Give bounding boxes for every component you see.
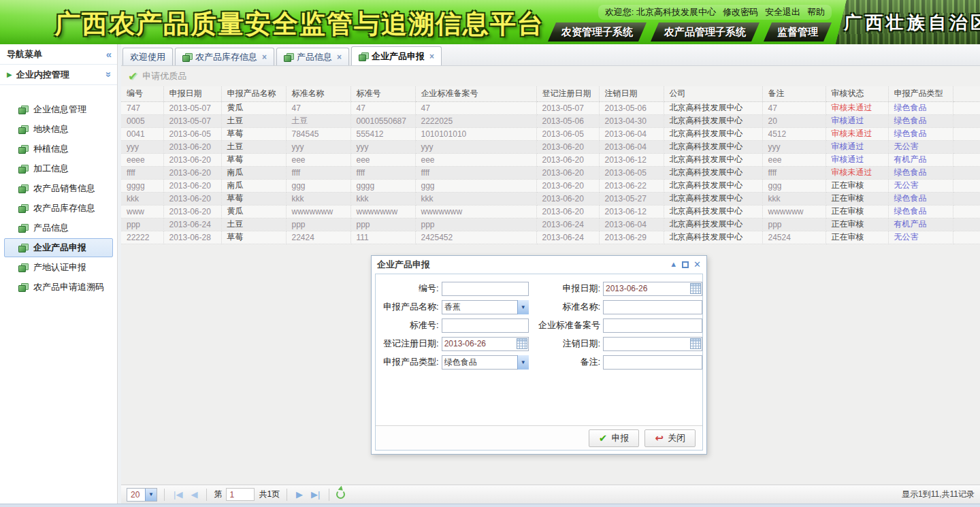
subsystem-agri-products-button[interactable]: 农产品管理子系统 xyxy=(651,22,760,42)
sidebar-item[interactable]: 企业产品申报 xyxy=(4,238,113,257)
table-row[interactable]: gggg2013-06-20南瓜gggggggggg2013-06-202013… xyxy=(121,179,980,192)
product-name-select[interactable] xyxy=(442,300,517,314)
product-type-select[interactable] xyxy=(442,355,517,370)
collapse-icon[interactable]: ▲ xyxy=(670,261,677,268)
standard-name-input[interactable] xyxy=(603,300,702,314)
tab[interactable]: 欢迎使用 xyxy=(122,48,173,65)
column-header[interactable]: 编号 xyxy=(121,86,163,101)
table-cell xyxy=(953,205,980,218)
column-header[interactable]: 备注 xyxy=(762,86,826,101)
sidebar-item[interactable]: 农产品库存信息 xyxy=(4,199,113,218)
table-cell: yyy xyxy=(350,140,415,153)
subsystem-nav: 农资管理子系统 农产品管理子系统 监督管理 xyxy=(548,22,832,42)
table-row[interactable]: kkk2013-06-20草莓kkkkkkkkk2013-06-202013-0… xyxy=(121,192,980,205)
table-row[interactable]: 222222013-06-28草莓2242411124254522013-06-… xyxy=(121,231,980,244)
calendar-icon[interactable] xyxy=(690,283,701,294)
table-row[interactable]: yyy2013-06-20土豆yyyyyyyyy2013-06-202013-0… xyxy=(121,140,980,153)
sidebar-item[interactable]: 产地认证申报 xyxy=(4,258,113,277)
page-number-input[interactable] xyxy=(226,488,255,501)
chevron-down-icon[interactable]: ▼ xyxy=(517,300,529,314)
folder-icon xyxy=(18,224,28,232)
column-header[interactable]: 申报产品名称 xyxy=(221,86,286,101)
table-cell: ggg xyxy=(415,179,536,192)
table-cell: 784545 xyxy=(286,127,350,140)
code-input[interactable] xyxy=(442,282,529,296)
sidebar-item-label: 农产品销售信息 xyxy=(33,182,95,195)
sidebar-item[interactable]: 加工信息 xyxy=(4,159,113,178)
previous-page-button[interactable]: ◀ xyxy=(189,489,199,500)
cancel-date-input[interactable] xyxy=(603,337,702,351)
sidebar-collapse-icon[interactable]: « xyxy=(106,48,112,60)
tab[interactable]: 企业产品申报× xyxy=(351,46,442,65)
sidebar-item[interactable]: 农产品销售信息 xyxy=(4,179,113,198)
table-cell xyxy=(953,114,980,127)
tab[interactable]: 农产品库存信息× xyxy=(175,48,274,65)
table-cell: 北京高科技发展中心 xyxy=(664,179,762,192)
sidebar-item[interactable]: 农产品申请追溯码 xyxy=(4,278,113,297)
column-header[interactable]: 标准名称 xyxy=(286,86,350,101)
next-page-button[interactable]: ▶ xyxy=(294,489,305,500)
folder-icon xyxy=(18,244,28,252)
subsystem-agri-materials-button[interactable]: 农资管理子系统 xyxy=(548,22,647,42)
platform-title: 广西农产品质量安全监管与追溯信息平台 xyxy=(54,7,544,42)
change-password-link[interactable]: 修改密码 xyxy=(723,6,758,18)
tab-close-icon[interactable]: × xyxy=(429,52,434,61)
tab-close-icon[interactable]: × xyxy=(262,52,267,62)
sidebar-item[interactable]: 地块信息 xyxy=(4,120,113,139)
close-dialog-button[interactable]: ↩ 关闭 xyxy=(644,429,696,447)
first-page-button[interactable]: |◀ xyxy=(172,489,184,500)
calendar-icon[interactable] xyxy=(517,338,527,349)
standard-no-input[interactable] xyxy=(442,318,529,333)
help-link[interactable]: 帮助 xyxy=(807,6,825,18)
table-row[interactable]: eeee2013-06-20草莓eeeeeeeee2013-06-202013-… xyxy=(121,153,980,166)
declare-date-input[interactable] xyxy=(603,282,702,296)
maximize-icon[interactable] xyxy=(682,261,689,268)
logout-link[interactable]: 安全退出 xyxy=(765,6,800,18)
column-header[interactable] xyxy=(953,86,980,101)
column-header[interactable]: 审核状态 xyxy=(826,86,888,101)
chevron-down-icon: ▼ xyxy=(145,489,157,501)
page-size-select[interactable]: 20 ▼ xyxy=(127,488,157,502)
sidebar-section-internal-control[interactable]: ▶ 企业内控管理 » xyxy=(0,65,117,85)
submit-declare-button[interactable]: ✔ 申报 xyxy=(589,429,640,447)
dialog-titlebar[interactable]: 企业产品申报 ▲ ✕ xyxy=(372,256,706,273)
remark-input[interactable] xyxy=(603,355,702,370)
table-cell: 47 xyxy=(415,101,536,114)
column-header[interactable]: 登记注册日期 xyxy=(536,86,599,101)
table-row[interactable]: 00412013-06-05草莓784545555412101010101020… xyxy=(121,127,980,140)
column-header[interactable]: 企业标准备案号 xyxy=(415,86,536,101)
table-row[interactable]: 7472013-05-07黄瓜4747472013-05-072013-05-0… xyxy=(121,101,980,114)
record-no-input[interactable] xyxy=(603,318,702,333)
column-header[interactable]: 公司 xyxy=(664,86,762,101)
table-row[interactable]: 00052013-05-07土豆土豆0001055068722220252013… xyxy=(121,114,980,127)
table-row[interactable]: ppp2013-06-24土豆ppppppppp2013-06-242013-0… xyxy=(121,218,980,231)
subsystem-supervision-button[interactable]: 监督管理 xyxy=(764,22,832,42)
register-date-input[interactable] xyxy=(442,337,529,351)
column-header[interactable]: 申报日期 xyxy=(163,86,221,101)
table-cell: 2013-05-06 xyxy=(599,101,664,114)
remark-label: 备注: xyxy=(529,356,603,368)
tab[interactable]: 产品信息× xyxy=(276,48,349,65)
sidebar-item[interactable]: 种植信息 xyxy=(4,140,113,159)
sidebar-item[interactable]: 产品信息 xyxy=(4,218,113,238)
sidebar-item[interactable]: 企业信息管理 xyxy=(4,100,113,119)
table-cell: 土豆 xyxy=(221,114,286,127)
column-header[interactable]: 注销日期 xyxy=(599,86,664,101)
table-cell: 2425452 xyxy=(415,231,536,244)
table-row[interactable]: www2013-06-20黄瓜wwwwwwwwwwwwwwwwwwwww2013… xyxy=(121,205,980,218)
refresh-icon[interactable] xyxy=(336,490,345,499)
close-icon[interactable]: ✕ xyxy=(693,260,701,269)
last-page-button[interactable]: ▶| xyxy=(309,489,322,500)
table-cell: 草莓 xyxy=(221,192,286,205)
tab-close-icon[interactable]: × xyxy=(337,52,342,62)
table-cell: 土豆 xyxy=(221,140,286,153)
calendar-icon[interactable] xyxy=(690,338,701,349)
column-header[interactable]: 申报产品类型 xyxy=(888,86,953,101)
section-collapse-icon[interactable]: » xyxy=(103,71,114,77)
table-row[interactable]: ffff2013-06-20南瓜ffffffffffff2013-06-2020… xyxy=(121,166,980,179)
apply-premium-button[interactable]: 申请优质品 xyxy=(142,70,186,82)
column-header[interactable]: 标准号 xyxy=(350,86,415,101)
table-cell: 22222 xyxy=(121,231,163,244)
register-date-label: 登记注册日期: xyxy=(376,338,442,350)
chevron-down-icon[interactable]: ▼ xyxy=(517,355,529,370)
